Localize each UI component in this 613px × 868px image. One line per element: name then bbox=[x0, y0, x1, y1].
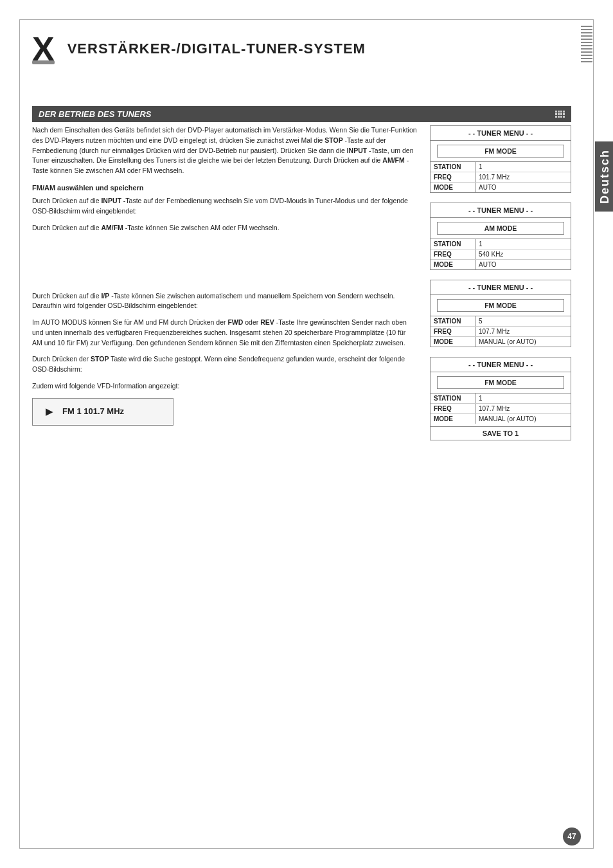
tuner-value: 1 bbox=[475, 162, 571, 172]
tuner-title-4: - - TUNER MENU - - bbox=[431, 357, 571, 372]
section-header: DER BETRIEB DES TUNERS bbox=[32, 106, 571, 122]
tuner-value: 540 KHz bbox=[475, 249, 571, 259]
tuner-value: MANUAL (or AUTO) bbox=[475, 337, 571, 347]
table-row: FREQ 107.7 MHz bbox=[431, 327, 571, 337]
tuner-menu-3: - - TUNER MENU - - FM MODE STATION 5 FRE… bbox=[430, 280, 571, 347]
tuner-rows-3: STATION 5 FREQ 107.7 MHz MODE MANUAL (or… bbox=[431, 316, 571, 347]
tuner-value: 1 bbox=[475, 239, 571, 249]
tuner-label: STATION bbox=[431, 162, 475, 172]
intro-paragraph: Nach dem Einschalten des Geräts befindet… bbox=[32, 125, 417, 176]
tuner-mode-4: FM MODE bbox=[437, 376, 564, 389]
page-title: VERSTÄRKER-/DIGITAL-TUNER-SYSTEM bbox=[67, 41, 366, 57]
para-ip: Durch Drücken auf die I/P -Taste können … bbox=[32, 291, 417, 312]
tuner-value: 101.7 MHz bbox=[475, 172, 571, 182]
tuner-mode-2: AM MODE bbox=[437, 222, 564, 235]
table-row: MODE AUTO bbox=[431, 260, 571, 269]
tuner-label: MODE bbox=[431, 414, 475, 424]
tuner-rows-1: STATION 1 FREQ 101.7 MHz MODE AUTO bbox=[431, 161, 571, 192]
tuner-rows-4: STATION 1 FREQ 107.7 MHz MODE MANUAL (or… bbox=[431, 393, 571, 424]
table-row: STATION 1 bbox=[431, 393, 571, 404]
tuner-value: 107.7 MHz bbox=[475, 404, 571, 413]
language-tab: Deutsch bbox=[595, 141, 613, 212]
tuner-value: 107.7 MHz bbox=[475, 327, 571, 336]
main-content: Nach dem Einschalten des Geräts befindet… bbox=[32, 125, 571, 829]
tuner-label: STATION bbox=[431, 316, 475, 326]
vfd-play-icon: ▶ bbox=[46, 405, 53, 419]
bold-fwd: FWD bbox=[227, 318, 243, 326]
table-row: FREQ 107.7 MHz bbox=[431, 404, 571, 414]
subheading-fmam: FM/AM auswählen und speichern bbox=[32, 183, 417, 194]
bold-stop2: STOP bbox=[91, 355, 109, 363]
bold-amfm: AM/FM bbox=[382, 156, 404, 164]
page-border-left bbox=[19, 19, 20, 849]
tuner-label: FREQ bbox=[431, 404, 475, 413]
vfd-display: ▶ FM 1 101.7 MHz bbox=[32, 398, 173, 426]
tuner-label: STATION bbox=[431, 239, 475, 249]
tuner-menu-4: - - TUNER MENU - - FM MODE STATION 1 FRE… bbox=[430, 357, 571, 440]
tuner-menu-1: - - TUNER MENU - - FM MODE STATION 1 FRE… bbox=[430, 125, 571, 193]
table-row: STATION 1 bbox=[431, 239, 571, 249]
para-auto-modus: Im AUTO MODUS können Sie für AM und FM d… bbox=[32, 318, 417, 348]
tuner-label: MODE bbox=[431, 337, 475, 347]
tuner-value: MANUAL (or AUTO) bbox=[475, 414, 571, 424]
table-row: FREQ 540 KHz bbox=[431, 249, 571, 260]
tuner-value: 5 bbox=[475, 316, 571, 326]
right-edge-decoration bbox=[581, 26, 592, 62]
table-row: MODE MANUAL (or AUTO) bbox=[431, 337, 571, 347]
tuner-rows-2: STATION 1 FREQ 540 KHz MODE AUTO bbox=[431, 239, 571, 269]
logo-x: X bbox=[32, 32, 55, 66]
tuner-value: AUTO bbox=[475, 260, 571, 269]
bold-rev: REV bbox=[260, 318, 274, 326]
left-column: Nach dem Einschalten des Geräts befindet… bbox=[32, 125, 417, 829]
tuner-label: MODE bbox=[431, 260, 475, 269]
page-border-top bbox=[19, 19, 594, 20]
tuner-menu-2: - - TUNER MENU - - AM MODE STATION 1 FRE… bbox=[430, 203, 571, 270]
vfd-text: FM 1 101.7 MHz bbox=[62, 405, 124, 418]
tuner-label: STATION bbox=[431, 393, 475, 403]
tuner-label: FREQ bbox=[431, 327, 475, 336]
spacer1 bbox=[32, 240, 417, 291]
bold-ip: I/P bbox=[101, 292, 109, 300]
tuner-label: MODE bbox=[431, 183, 475, 192]
page-number: 47 bbox=[563, 827, 581, 845]
table-row: FREQ 101.7 MHz bbox=[431, 172, 571, 183]
tuner-title-3: - - TUNER MENU - - bbox=[431, 280, 571, 295]
bold-stop: STOP bbox=[324, 136, 342, 144]
page-border-right bbox=[593, 19, 594, 849]
right-column: - - TUNER MENU - - FM MODE STATION 1 FRE… bbox=[430, 125, 571, 829]
tuner-value: 1 bbox=[475, 393, 571, 403]
tuner-value: AUTO bbox=[475, 183, 571, 192]
section-title: DER BETRIEB DES TUNERS bbox=[39, 109, 152, 119]
bold-input2: INPUT bbox=[101, 197, 121, 204]
table-row: MODE AUTO bbox=[431, 183, 571, 192]
tuner-label: FREQ bbox=[431, 172, 475, 182]
section-dots bbox=[555, 111, 565, 118]
tuner-mode-1: FM MODE bbox=[437, 145, 564, 158]
tuner-mode-3: FM MODE bbox=[437, 299, 564, 312]
bold-amfm2: AM/FM bbox=[101, 224, 123, 231]
tuner-title-1: - - TUNER MENU - - bbox=[431, 126, 571, 141]
table-row: STATION 5 bbox=[431, 316, 571, 327]
para-amfm: Durch Drücken auf die AM/FM -Taste könne… bbox=[32, 223, 417, 233]
header: X VERSTÄRKER-/DIGITAL-TUNER-SYSTEM bbox=[32, 32, 571, 72]
tuner-save: SAVE TO 1 bbox=[431, 426, 571, 440]
tuner-title-2: - - TUNER MENU - - bbox=[431, 203, 571, 218]
para-vfd: Zudem wird folgende VFD-Information ange… bbox=[32, 381, 417, 392]
para-input: Durch Drücken auf die INPUT -Taste auf d… bbox=[32, 196, 417, 217]
page-border-bottom bbox=[19, 848, 594, 849]
para-stop: Durch Drücken der STOP Taste wird die Su… bbox=[32, 354, 417, 375]
table-row: MODE MANUAL (or AUTO) bbox=[431, 414, 571, 424]
tuner-label: FREQ bbox=[431, 249, 475, 259]
bold-input: INPUT bbox=[347, 147, 368, 154]
table-row: STATION 1 bbox=[431, 162, 571, 172]
